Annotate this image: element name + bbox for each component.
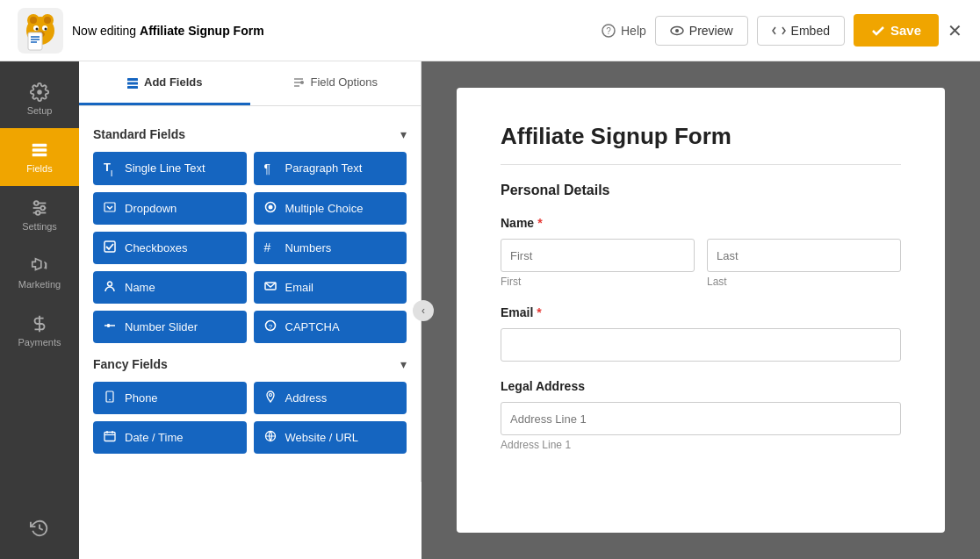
svg-point-28 bbox=[36, 211, 40, 215]
field-btn-dropdown[interactable]: Dropdown bbox=[93, 192, 247, 225]
standard-fields-header: Standard Fields ▾ bbox=[93, 127, 407, 141]
svg-rect-44 bbox=[107, 324, 110, 327]
name-required-star: * bbox=[537, 216, 542, 230]
editing-label: Now editing Affiliate Signup Form bbox=[72, 24, 264, 38]
field-btn-phone[interactable]: Phone bbox=[93, 382, 247, 414]
sidebar-item-fields[interactable]: Fields bbox=[0, 128, 79, 186]
email-input[interactable] bbox=[501, 328, 901, 362]
history-icon bbox=[30, 519, 49, 538]
svg-point-5 bbox=[44, 17, 51, 24]
field-btn-single-line-text[interactable]: T| Single Line Text bbox=[93, 152, 247, 185]
address-line1-input[interactable] bbox=[501, 402, 901, 435]
sliders-icon bbox=[30, 198, 49, 218]
standard-fields-toggle[interactable]: ▾ bbox=[400, 127, 407, 141]
panel-collapse-button[interactable]: ‹ bbox=[413, 300, 434, 321]
svg-rect-31 bbox=[127, 82, 138, 84]
phone-icon bbox=[104, 391, 118, 405]
sidebar-item-history[interactable] bbox=[30, 506, 49, 550]
svg-rect-49 bbox=[104, 432, 115, 441]
tab-field-options[interactable]: Field Options bbox=[250, 61, 422, 105]
code-icon bbox=[772, 24, 786, 38]
field-btn-multiple-choice[interactable]: Multiple Choice bbox=[254, 192, 407, 225]
field-btn-paragraph-text[interactable]: ¶ Paragraph Text bbox=[254, 152, 407, 185]
field-btn-date-time[interactable]: Date / Time bbox=[93, 421, 247, 454]
field-btn-numbers[interactable]: # Numbers bbox=[254, 232, 407, 264]
add-fields-tab-icon bbox=[126, 76, 139, 89]
field-btn-checkboxes[interactable]: Checkboxes bbox=[93, 232, 247, 264]
field-btn-address[interactable]: Address bbox=[254, 382, 407, 414]
numbers-icon: # bbox=[264, 240, 278, 254]
svg-rect-12 bbox=[28, 32, 42, 50]
sidebar-item-settings[interactable]: Settings bbox=[0, 186, 79, 244]
field-btn-captcha[interactable]: ? CAPTCHA bbox=[254, 311, 407, 343]
svg-point-19 bbox=[675, 29, 679, 32]
standard-fields-title: Standard Fields bbox=[93, 127, 185, 141]
embed-button[interactable]: Embed bbox=[757, 16, 845, 46]
email-icon bbox=[264, 280, 278, 295]
name-label: Name * bbox=[501, 216, 901, 230]
form-divider bbox=[501, 164, 901, 165]
megaphone-icon bbox=[30, 256, 49, 276]
first-name-sublabel: First bbox=[501, 276, 695, 288]
legal-address-label: Legal Address bbox=[501, 379, 901, 393]
sidebar-bottom bbox=[30, 506, 49, 559]
email-label: Email * bbox=[501, 305, 901, 319]
standard-fields-grid: T| Single Line Text ¶ Paragraph Text Dro… bbox=[93, 152, 407, 343]
close-button[interactable]: ✕ bbox=[948, 20, 962, 41]
help-icon: ? bbox=[602, 24, 616, 38]
name-row: First Last bbox=[501, 239, 901, 288]
svg-text:?: ? bbox=[606, 26, 611, 36]
checkmark-icon bbox=[871, 24, 885, 38]
svg-rect-30 bbox=[127, 78, 138, 81]
panel-tabs: Add Fields Field Options bbox=[79, 61, 421, 106]
topbar-left: Now editing Affiliate Signup Form bbox=[18, 8, 264, 54]
topbar-right: ? Help Preview Embed Save ✕ bbox=[602, 14, 962, 47]
last-name-input[interactable] bbox=[707, 239, 901, 272]
form-name: Affiliate Signup Form bbox=[140, 24, 264, 38]
date-time-icon bbox=[104, 430, 118, 445]
fancy-fields-header: Fancy Fields ▾ bbox=[93, 357, 407, 371]
form-card: Affiliate Signup Form Personal Details N… bbox=[457, 88, 945, 533]
svg-rect-40 bbox=[104, 241, 115, 252]
topbar: Now editing Affiliate Signup Form ? Help… bbox=[0, 0, 980, 61]
single-line-text-icon: T| bbox=[104, 161, 118, 176]
svg-point-41 bbox=[108, 282, 112, 286]
form-title: Affiliate Signup Form bbox=[501, 123, 901, 150]
svg-rect-21 bbox=[32, 148, 47, 152]
svg-point-47 bbox=[109, 398, 111, 400]
field-btn-email[interactable]: Email bbox=[254, 271, 407, 304]
first-name-input[interactable] bbox=[501, 239, 695, 272]
sidebar-item-setup[interactable]: Setup bbox=[0, 70, 79, 128]
svg-rect-32 bbox=[127, 86, 138, 89]
address-line1-sublabel: Address Line 1 bbox=[501, 439, 901, 451]
svg-point-4 bbox=[30, 17, 37, 24]
svg-point-36 bbox=[300, 81, 304, 84]
website-url-icon bbox=[264, 430, 278, 445]
first-name-wrapper: First bbox=[501, 239, 695, 288]
address-icon bbox=[264, 391, 278, 405]
field-btn-number-slider[interactable]: Number Slider bbox=[93, 311, 247, 343]
svg-rect-22 bbox=[32, 154, 47, 157]
svg-rect-20 bbox=[32, 144, 47, 147]
help-button[interactable]: ? Help bbox=[602, 24, 646, 38]
field-options-tab-icon bbox=[292, 76, 305, 89]
svg-point-9 bbox=[45, 27, 47, 30]
fancy-fields-toggle[interactable]: ▾ bbox=[400, 357, 407, 371]
field-btn-website-url[interactable]: Website / URL bbox=[254, 421, 407, 454]
personal-details-title: Personal Details bbox=[501, 183, 901, 198]
name-field: Name * First Last bbox=[501, 216, 901, 288]
sidebar: Setup Fields Settings bbox=[0, 61, 79, 559]
save-button[interactable]: Save bbox=[854, 14, 939, 47]
name-icon bbox=[104, 280, 118, 295]
field-btn-name[interactable]: Name bbox=[93, 271, 247, 304]
svg-point-27 bbox=[40, 206, 45, 211]
main-layout: Setup Fields Settings bbox=[0, 61, 980, 559]
logo-icon bbox=[18, 8, 63, 54]
preview-button[interactable]: Preview bbox=[655, 16, 748, 46]
svg-point-39 bbox=[268, 204, 272, 209]
sidebar-item-marketing[interactable]: Marketing bbox=[0, 244, 79, 302]
tab-add-fields[interactable]: Add Fields bbox=[79, 61, 250, 105]
last-name-wrapper: Last bbox=[707, 239, 901, 288]
email-field: Email * bbox=[501, 305, 901, 362]
sidebar-item-payments[interactable]: Payments bbox=[0, 302, 79, 360]
